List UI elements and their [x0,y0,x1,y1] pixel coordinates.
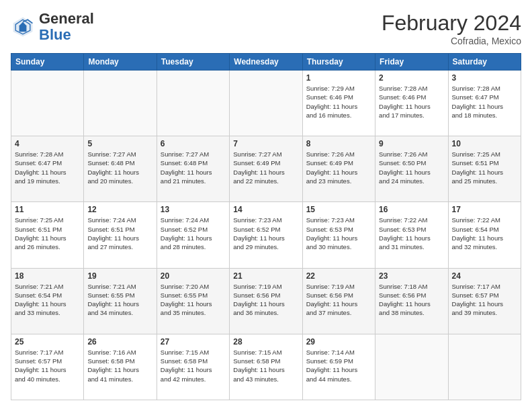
day-info: Sunrise: 7:27 AM Sunset: 6:48 PM Dayligh… [161,150,226,185]
day-number: 18 [15,271,80,281]
table-cell: 21Sunrise: 7:19 AM Sunset: 6:56 PM Dayli… [230,268,302,334]
table-cell: 12Sunrise: 7:24 AM Sunset: 6:51 PM Dayli… [84,202,157,268]
table-cell: 24Sunrise: 7:17 AM Sunset: 6:57 PM Dayli… [448,268,521,334]
day-number: 1 [306,73,371,83]
logo-text: General Blue [39,11,94,43]
logo-blue: Blue [39,26,71,43]
table-row: 4Sunrise: 7:28 AM Sunset: 6:47 PM Daylig… [11,136,521,202]
day-info: Sunrise: 7:24 AM Sunset: 6:52 PM Dayligh… [161,216,226,251]
day-number: 21 [233,271,298,281]
day-number: 4 [15,139,80,148]
header-row: Sunday Monday Tuesday Wednesday Thursday… [11,54,521,71]
logo-general: General [39,10,94,27]
day-number: 5 [87,139,152,148]
table-row: 11Sunrise: 7:25 AM Sunset: 6:51 PM Dayli… [11,202,521,268]
table-cell [230,71,302,136]
day-number: 3 [452,73,517,83]
day-info: Sunrise: 7:19 AM Sunset: 6:56 PM Dayligh… [306,282,371,318]
table-cell: 26Sunrise: 7:16 AM Sunset: 6:58 PM Dayli… [84,334,157,400]
header: General Blue February 2024 Cofradia, Mex… [11,11,521,46]
day-number: 25 [15,337,80,347]
day-info: Sunrise: 7:22 AM Sunset: 6:53 PM Dayligh… [379,216,444,251]
table-cell: 14Sunrise: 7:23 AM Sunset: 6:52 PM Dayli… [230,202,302,268]
day-info: Sunrise: 7:23 AM Sunset: 6:52 PM Dayligh… [233,216,298,251]
col-sunday: Sunday [11,54,84,71]
day-number: 17 [452,205,517,214]
day-info: Sunrise: 7:14 AM Sunset: 6:59 PM Dayligh… [306,348,371,383]
day-number: 28 [233,337,298,347]
table-cell: 1Sunrise: 7:29 AM Sunset: 6:46 PM Daylig… [302,71,375,136]
day-number: 19 [87,271,152,281]
table-cell: 6Sunrise: 7:27 AM Sunset: 6:48 PM Daylig… [157,136,229,202]
day-info: Sunrise: 7:28 AM Sunset: 6:47 PM Dayligh… [452,84,517,120]
table-cell: 13Sunrise: 7:24 AM Sunset: 6:52 PM Dayli… [157,202,229,268]
day-number: 15 [306,205,371,214]
day-info: Sunrise: 7:25 AM Sunset: 6:51 PM Dayligh… [452,150,517,185]
table-cell: 17Sunrise: 7:22 AM Sunset: 6:54 PM Dayli… [448,202,521,268]
col-thursday: Thursday [302,54,375,71]
day-info: Sunrise: 7:21 AM Sunset: 6:54 PM Dayligh… [15,282,80,318]
day-info: Sunrise: 7:23 AM Sunset: 6:53 PM Dayligh… [306,216,371,251]
table-cell: 16Sunrise: 7:22 AM Sunset: 6:53 PM Dayli… [375,202,448,268]
day-number: 26 [87,337,152,347]
day-info: Sunrise: 7:24 AM Sunset: 6:51 PM Dayligh… [87,216,152,251]
day-number: 20 [161,271,226,281]
title-block: February 2024 Cofradia, Mexico [382,11,521,46]
table-cell: 3Sunrise: 7:28 AM Sunset: 6:47 PM Daylig… [448,71,521,136]
day-info: Sunrise: 7:22 AM Sunset: 6:54 PM Dayligh… [452,216,517,251]
col-saturday: Saturday [448,54,521,71]
table-cell: 5Sunrise: 7:27 AM Sunset: 6:48 PM Daylig… [84,136,157,202]
table-cell: 11Sunrise: 7:25 AM Sunset: 6:51 PM Dayli… [11,202,84,268]
month-title: February 2024 [382,11,521,36]
table-cell: 8Sunrise: 7:26 AM Sunset: 6:49 PM Daylig… [302,136,375,202]
table-cell: 15Sunrise: 7:23 AM Sunset: 6:53 PM Dayli… [302,202,375,268]
day-number: 2 [379,73,444,83]
table-cell [11,71,84,136]
day-number: 24 [452,271,517,281]
table-cell: 18Sunrise: 7:21 AM Sunset: 6:54 PM Dayli… [11,268,84,334]
day-number: 9 [379,139,444,148]
day-number: 6 [161,139,226,148]
day-info: Sunrise: 7:20 AM Sunset: 6:55 PM Dayligh… [161,282,226,318]
day-info: Sunrise: 7:18 AM Sunset: 6:56 PM Dayligh… [379,282,444,318]
col-tuesday: Tuesday [157,54,229,71]
table-cell: 4Sunrise: 7:28 AM Sunset: 6:47 PM Daylig… [11,136,84,202]
day-info: Sunrise: 7:15 AM Sunset: 6:58 PM Dayligh… [161,348,226,383]
table-cell [157,71,229,136]
day-number: 7 [233,139,298,148]
day-info: Sunrise: 7:25 AM Sunset: 6:51 PM Dayligh… [15,216,80,251]
col-wednesday: Wednesday [230,54,302,71]
table-cell: 22Sunrise: 7:19 AM Sunset: 6:56 PM Dayli… [302,268,375,334]
day-info: Sunrise: 7:17 AM Sunset: 6:57 PM Dayligh… [15,348,80,383]
day-info: Sunrise: 7:26 AM Sunset: 6:50 PM Dayligh… [379,150,444,185]
table-row: 1Sunrise: 7:29 AM Sunset: 6:46 PM Daylig… [11,71,521,136]
day-info: Sunrise: 7:15 AM Sunset: 6:58 PM Dayligh… [233,348,298,383]
day-number: 11 [15,205,80,214]
logo-icon [11,15,35,39]
table-cell: 27Sunrise: 7:15 AM Sunset: 6:58 PM Dayli… [157,334,229,400]
calendar-table: Sunday Monday Tuesday Wednesday Thursday… [11,53,521,400]
day-number: 10 [452,139,517,148]
day-number: 12 [87,205,152,214]
table-row: 25Sunrise: 7:17 AM Sunset: 6:57 PM Dayli… [11,334,521,400]
page: General Blue February 2024 Cofradia, Mex… [0,0,532,411]
table-cell [375,334,448,400]
table-row: 18Sunrise: 7:21 AM Sunset: 6:54 PM Dayli… [11,268,521,334]
day-info: Sunrise: 7:28 AM Sunset: 6:46 PM Dayligh… [379,84,444,120]
location: Cofradia, Mexico [382,36,521,46]
table-cell [84,71,157,136]
day-info: Sunrise: 7:16 AM Sunset: 6:58 PM Dayligh… [87,348,152,383]
day-number: 16 [379,205,444,214]
day-info: Sunrise: 7:29 AM Sunset: 6:46 PM Dayligh… [306,84,371,120]
col-monday: Monday [84,54,157,71]
table-cell: 7Sunrise: 7:27 AM Sunset: 6:49 PM Daylig… [230,136,302,202]
day-info: Sunrise: 7:26 AM Sunset: 6:49 PM Dayligh… [306,150,371,185]
day-info: Sunrise: 7:19 AM Sunset: 6:56 PM Dayligh… [233,282,298,318]
day-number: 8 [306,139,371,148]
table-cell: 25Sunrise: 7:17 AM Sunset: 6:57 PM Dayli… [11,334,84,400]
table-cell: 20Sunrise: 7:20 AM Sunset: 6:55 PM Dayli… [157,268,229,334]
day-info: Sunrise: 7:27 AM Sunset: 6:48 PM Dayligh… [87,150,152,185]
table-cell: 19Sunrise: 7:21 AM Sunset: 6:55 PM Dayli… [84,268,157,334]
table-cell: 10Sunrise: 7:25 AM Sunset: 6:51 PM Dayli… [448,136,521,202]
table-cell: 28Sunrise: 7:15 AM Sunset: 6:58 PM Dayli… [230,334,302,400]
